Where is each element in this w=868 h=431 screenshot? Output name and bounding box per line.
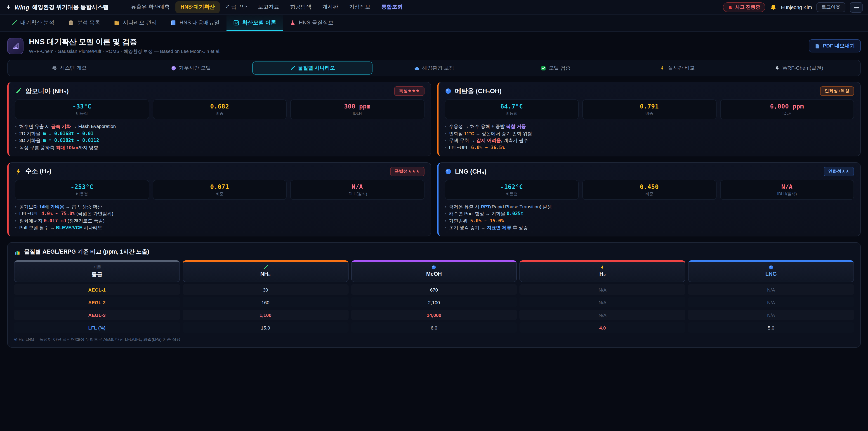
nav-item-4[interactable]: 보고자료 — [253, 1, 284, 13]
subnav-tab-label: 대기확산 분석 — [20, 19, 55, 26]
book-icon — [170, 20, 176, 26]
stat-value: 0.450 — [585, 183, 714, 190]
nav-item-6[interactable]: 게시판 — [317, 1, 343, 13]
stat-label: 비중 — [155, 191, 284, 197]
subnav-tab-6[interactable]: HNS 물질정보 — [283, 15, 340, 31]
card-header: 암모니아 (NH₃)독성★★★ — [15, 86, 424, 96]
nav-item-3[interactable]: 긴급구난 — [221, 1, 252, 13]
bullet-text: 해수면 Pool 형성 → 기화율 — [449, 211, 506, 216]
table-header-label: NH₃ — [183, 271, 348, 277]
document-icon — [815, 43, 820, 49]
bullet-list: •해수면 유출 시 급속 기화 → Flash Evaporation•2D 기… — [15, 123, 424, 151]
bar-chart-icon — [14, 249, 20, 255]
bullet-text: LFL~UFL: — [19, 211, 41, 216]
view-tab-2[interactable]: 가우시안 모델 — [131, 61, 251, 74]
sphere-icon — [769, 265, 774, 270]
bullet-dot: • — [445, 138, 446, 143]
subnav-tab-label: 분석 목록 — [77, 19, 100, 26]
incident-status-badge[interactable]: 사고 진행중 — [723, 2, 765, 12]
bullet-text: 최대 10km — [56, 145, 79, 150]
nav-item-5[interactable]: 항공탐색 — [285, 1, 316, 13]
table-title-row: 물질별 AEGL/ERPG 기준 비교 (ppm, 1시간 노출) — [14, 248, 854, 256]
bullet-text: 감지 어려움 — [476, 138, 501, 143]
view-tab-label: 해양환경 보정 — [422, 65, 454, 71]
substance-card-nh3: 암모니아 (NH₃)독성★★★-33°C비등점0.682비중300 ppmIDL… — [7, 82, 431, 156]
hazard-badge: 폭발성★★★ — [390, 166, 424, 176]
bullet-dot: • — [15, 204, 17, 209]
stat-label: IDLH(질식) — [722, 191, 852, 197]
table-cell: 4.0 — [520, 322, 686, 333]
sub-nav: 대기확산 분석분석 목록시나리오 관리HNS 대응매뉴얼확산모델 이론HNS 물… — [0, 15, 868, 32]
table-cell: N/A — [688, 297, 854, 307]
view-tab-label: 모델 검증 — [549, 65, 571, 71]
table-cell: 15.0 — [183, 322, 348, 333]
sphere-icon — [170, 65, 176, 71]
substance-cards: 암모니아 (NH₃)독성★★★-33°C비등점0.682비중300 ppmIDL… — [7, 82, 861, 237]
page-subtitle: WRF-Chem · Gaussian Plume/Puff · ROMS · … — [29, 49, 221, 55]
card-header: 수소 (H₂)폭발성★★★ — [15, 166, 424, 176]
bullet-text: 11°C — [464, 131, 474, 136]
table-header-label: 등급 — [14, 271, 180, 278]
stat-box: 0.071비중 — [153, 180, 287, 199]
stat-label: 비등점 — [447, 191, 577, 197]
bullet-item: •해수면 Pool 형성 → 기화율 0.025t — [445, 210, 854, 217]
stat-label: 비중 — [585, 191, 714, 197]
stat-box: N/AIDLH(질식) — [720, 180, 854, 199]
card-title: 메탄올 (CH₃OH) — [455, 87, 502, 95]
bullet-text: 무색·무취 → — [449, 138, 476, 143]
table-cell: 5.0 — [688, 322, 854, 333]
bullet-text: 수용성 → 해수 용해 + 증발 — [449, 124, 506, 129]
table-footnote: ※ H₂, LNG는 독성이 아닌 질식/인화성 위험으로 AEGL 대신 LF… — [14, 337, 854, 343]
stat-row: -253°C비등점0.071비중N/AIDLH(질식) — [15, 180, 424, 199]
subnav-tab-1[interactable]: 대기확산 분석 — [4, 15, 61, 31]
view-tab-3[interactable]: 물질별 시나리오 — [252, 61, 373, 74]
bullet-text: 가연범위: — [449, 218, 470, 223]
stat-value: 64.7°C — [447, 102, 577, 110]
nav-item-1[interactable]: 유출유 확산예측 — [126, 1, 175, 13]
view-tab-6[interactable]: 실시간 비교 — [617, 61, 737, 74]
ruler-icon — [11, 42, 19, 50]
bullet-text: (극넓은 가연범위) — [75, 211, 113, 216]
bullet-text: 복합 거동 — [506, 124, 526, 129]
bolt-icon — [659, 65, 665, 71]
subnav-tab-2[interactable]: 분석 목록 — [61, 15, 107, 31]
nav-item-7[interactable]: 기상정보 — [344, 1, 375, 13]
bullet-text: 0.025t — [506, 211, 523, 216]
stat-label: 비등점 — [17, 111, 147, 117]
bullet-dot: • — [445, 131, 446, 136]
view-tab-4[interactable]: 해양환경 보정 — [374, 61, 494, 74]
table-header-top — [688, 264, 854, 270]
notifications-button[interactable] — [770, 4, 776, 11]
view-tab-label: 시스템 개요 — [60, 65, 87, 71]
incident-label: 사고 진행중 — [735, 4, 760, 10]
page-header-icon-box — [7, 38, 24, 54]
bullet-text: 지표면 체류 — [487, 225, 511, 230]
nav-item-8[interactable]: 통합조회 — [376, 1, 408, 13]
substance-card-h2: 수소 (H₂)폭발성★★★-253°C비등점0.071비중N/AIDLH(질식)… — [7, 162, 431, 237]
logout-button[interactable]: 로그아웃 — [816, 2, 845, 12]
bullet-text: 극저온 유출 시 — [449, 204, 481, 209]
cloud-icon — [414, 65, 419, 71]
bullet-item: •공기보다 14배 가벼움 → 급속 상승 확산 — [15, 203, 424, 210]
stat-value: 6,000 ppm — [722, 102, 852, 110]
bullet-text: m = 0.0168t - 0.01 — [43, 130, 94, 136]
view-tab-1[interactable]: 시스템 개요 — [9, 61, 129, 74]
bullet-text: 까지 영향 — [78, 145, 98, 150]
subnav-tab-3[interactable]: 시나리오 관리 — [107, 15, 164, 31]
stat-label: 비등점 — [17, 191, 147, 197]
pdf-export-button[interactable]: PDF 내보내기 — [809, 39, 861, 53]
subnav-tab-5[interactable]: 확산모델 이론 — [226, 15, 283, 31]
view-tab-5[interactable]: 모델 검증 — [495, 61, 616, 74]
bullet-item: •가연범위: 5.0% ~ 15.0% — [445, 217, 854, 224]
view-tabs: 시스템 개요가우시안 모델물질별 시나리오해양환경 보정모델 검증실시간 비교W… — [7, 60, 861, 76]
stat-box: 6,000 ppmIDLH — [720, 99, 854, 119]
bullet-dot: • — [15, 138, 17, 143]
bullet-text: (Rapid Phase Transition) 발생 — [490, 204, 552, 209]
hamburger-menu-button[interactable] — [850, 2, 863, 12]
view-tab-7[interactable]: WRF-Chem(발전) — [739, 61, 859, 74]
table-cell: 14,000 — [351, 310, 517, 320]
subnav-tab-4[interactable]: HNS 대응매뉴얼 — [164, 15, 226, 31]
stat-value: -253°C — [17, 183, 147, 190]
stat-label: IDLH — [292, 111, 422, 116]
nav-item-2[interactable]: HNS·대기확산 — [176, 1, 220, 13]
